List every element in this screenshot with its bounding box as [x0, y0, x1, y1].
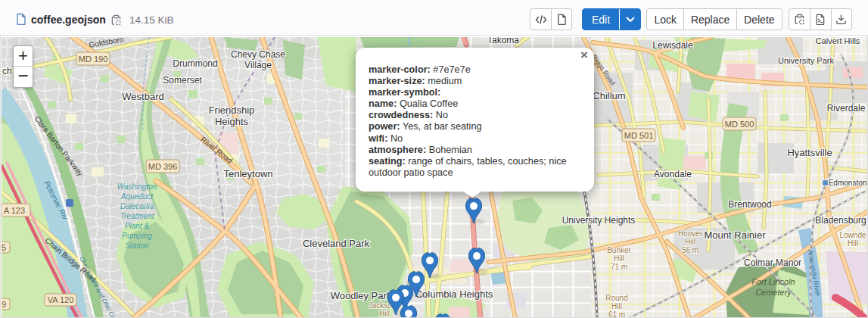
svg-text:Hill: Hill — [848, 239, 858, 248]
svg-text:Friendship: Friendship — [209, 104, 255, 116]
svg-text:University Heights: University Heights — [562, 215, 636, 226]
svg-text:Chevy Chase: Chevy Chase — [231, 49, 285, 60]
svg-text:MD 501: MD 501 — [624, 131, 654, 140]
svg-text:Cemetery: Cemetery — [755, 288, 792, 297]
svg-text:VA 120: VA 120 — [48, 295, 74, 304]
svg-text:Aqueduct: Aqueduct — [120, 192, 154, 201]
svg-text:61 m: 61 m — [608, 310, 625, 318]
svg-text:MD 396: MD 396 — [148, 162, 178, 171]
svg-text:Westbard: Westbard — [122, 91, 163, 102]
svg-text:Round: Round — [605, 294, 627, 302]
svg-text:Fort Lincoln: Fort Lincoln — [751, 277, 795, 286]
svg-text:Brentwood: Brentwood — [728, 199, 771, 210]
svg-text:Cleveland Park: Cleveland Park — [303, 238, 370, 249]
svg-text:Bunker: Bunker — [607, 246, 631, 254]
svg-text:Bladensburg: Bladensburg — [815, 215, 866, 226]
svg-text:Heights: Heights — [215, 116, 249, 127]
svg-text:Lownde: Lownde — [839, 231, 866, 239]
svg-text:Plant &: Plant & — [125, 222, 150, 230]
svg-text:Colmar Manor: Colmar Manor — [744, 257, 801, 268]
svg-text:Somerset: Somerset — [163, 75, 202, 86]
svg-text:Edmonston: Edmonston — [829, 179, 867, 187]
svg-text:Village: Village — [244, 60, 272, 70]
svg-text:Takoma: Takoma — [487, 37, 519, 45]
svg-text:Mount Rainier: Mount Rainier — [705, 229, 767, 241]
svg-text:Drummond: Drummond — [173, 58, 217, 69]
svg-text:Lewisdale: Lewisdale — [652, 40, 693, 51]
svg-text:5: 5 — [2, 243, 6, 252]
svg-text:Station: Station — [125, 242, 149, 250]
svg-text:Calvert Hills: Calvert Hills — [816, 37, 860, 45]
svg-text:9: 9 — [2, 300, 6, 309]
svg-text:Hyattsville: Hyattsville — [787, 147, 832, 158]
svg-text:Treatment: Treatment — [120, 212, 155, 220]
svg-text:71 m: 71 m — [611, 263, 627, 271]
svg-text:56 m: 56 m — [682, 246, 698, 254]
svg-text:Washington: Washington — [117, 182, 157, 191]
svg-text:Riverdale: Riverdale — [827, 103, 866, 114]
svg-text:MD 190: MD 190 — [79, 55, 108, 64]
svg-text:Hill: Hill — [685, 238, 695, 246]
svg-text:University Park: University Park — [778, 56, 834, 65]
svg-text:Hoover: Hoover — [678, 229, 703, 238]
svg-text:MD 500: MD 500 — [725, 120, 754, 129]
svg-text:Woodley Park: Woodley Park — [331, 290, 392, 301]
svg-text:Pumping: Pumping — [122, 232, 152, 240]
svg-text:Dalecarlia: Dalecarlia — [120, 202, 154, 210]
svg-text:Hill: Hill — [379, 310, 390, 318]
svg-text:Hill: Hill — [614, 254, 624, 263]
svg-text:Chillum: Chillum — [593, 90, 625, 101]
svg-text:Hill: Hill — [611, 302, 622, 310]
svg-text:ch: ch — [2, 66, 12, 76]
svg-text:Avondale: Avondale — [654, 169, 692, 179]
svg-text:A 123: A 123 — [4, 206, 25, 215]
svg-text:Tenleytown: Tenleytown — [223, 168, 272, 179]
